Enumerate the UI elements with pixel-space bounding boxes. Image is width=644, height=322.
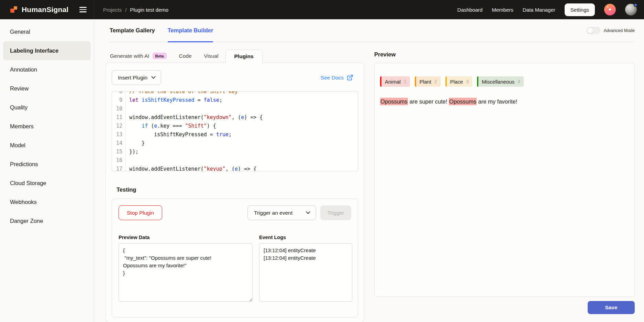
line-number: 9 — [112, 96, 126, 105]
event-logs-group: Event Logs [13:12:04] entityCreate[13:12… — [259, 235, 352, 303]
code-text — [126, 105, 132, 113]
sidebar-item-webhooks[interactable]: Webhooks — [3, 193, 91, 212]
external-link-icon — [347, 74, 353, 81]
tab-template-builder[interactable]: Template Builder — [168, 19, 213, 42]
code-line-15: 15}); — [112, 148, 358, 156]
sidebar-item-cloud-storage[interactable]: Cloud Storage — [3, 174, 91, 193]
code-text: }); — [126, 148, 138, 156]
sidebar-item-quality[interactable]: Quality — [3, 98, 91, 117]
code-line-14: 14 } — [112, 139, 358, 148]
annotated-region[interactable]: Opossums — [380, 98, 408, 105]
chevron-down-icon — [151, 74, 156, 79]
advanced-mode-toggle[interactable] — [587, 27, 600, 34]
subtab-generate-with-ai[interactable]: Generate with AI Beta — [110, 53, 167, 59]
subtab-code[interactable]: Code — [179, 53, 192, 59]
preview-heading: Preview — [374, 51, 635, 58]
sidebar-item-review[interactable]: Review — [3, 79, 91, 98]
testing-heading: Testing — [116, 186, 358, 193]
see-docs-label: See Docs — [321, 75, 344, 81]
save-button[interactable]: Save — [588, 301, 635, 314]
subtab-plugins[interactable]: Plugins — [225, 50, 263, 63]
code-line-16: 16 — [112, 156, 358, 165]
subtab-visual[interactable]: Visual — [204, 53, 219, 59]
sidebar-item-annotation[interactable]: Annotation — [3, 60, 91, 79]
trigger-button[interactable]: Trigger — [320, 205, 351, 220]
preview-data-textarea[interactable]: { "my_text": "Opossums are super cute! O… — [119, 243, 253, 302]
testing-card: Stop Plugin Trigger an event Trigger Pre… — [112, 198, 358, 318]
plain-text: are super cute! — [408, 98, 449, 105]
brand-logo[interactable]: HumanSignal — [10, 6, 68, 14]
builder-column: Generate with AI Beta Code Visual Plugin… — [106, 49, 364, 322]
label-chips-row: Animal1Plant2Place3Miscellaneous4 — [380, 76, 629, 87]
topbar-right: DashboardMembersData Manager Settings ✦✦ — [457, 3, 644, 16]
sidebar-item-labeling-interface[interactable]: Labeling Interface — [3, 41, 91, 60]
sidebar-item-predictions[interactable]: Predictions — [3, 155, 91, 174]
label-chip-animal[interactable]: Animal1 — [380, 76, 410, 87]
label-hotkey-number: 3 — [466, 79, 472, 84]
trigger-event-select[interactable]: Trigger an event — [247, 205, 316, 220]
sidebar-item-general[interactable]: General — [3, 22, 91, 41]
plugin-code-editor[interactable]: 8// Track the state of the Shift key9let… — [112, 91, 358, 171]
event-logs-box[interactable]: [13:12:04] entityCreate[13:12:04] entity… — [259, 243, 352, 302]
hamburger-menu-icon[interactable] — [79, 7, 87, 12]
code-line-10: 10 — [112, 105, 358, 113]
trigger-event-value: Trigger an event — [254, 210, 292, 216]
tab-template-gallery[interactable]: Template Gallery — [110, 19, 155, 42]
humansignal-logo-icon — [10, 6, 19, 14]
code-text: window.addEventListener("keydown", (e) =… — [126, 113, 263, 122]
settings-button[interactable]: Settings — [565, 3, 595, 16]
code-text: window.addEventListener("keyup", (e) => … — [126, 165, 256, 171]
see-docs-link[interactable]: See Docs — [321, 74, 353, 81]
preview-column: Preview Animal1Plant2Place3Miscellaneous… — [374, 49, 635, 322]
label-hotkey-number: 4 — [518, 79, 524, 84]
toggle-knob — [587, 28, 593, 33]
line-number: 13 — [112, 130, 126, 139]
sidebar-item-members[interactable]: Members — [3, 117, 91, 136]
chevron-down-icon — [306, 210, 310, 214]
label-chip-text: Animal — [381, 79, 404, 85]
presence-dot — [634, 3, 637, 7]
advanced-mode-wrap: Advanced Mode — [587, 19, 635, 42]
brand-name: HumanSignal — [22, 6, 68, 14]
annotated-region[interactable]: Opossums — [449, 98, 477, 105]
user-avatar[interactable] — [625, 4, 637, 15]
code-text: } — [126, 139, 145, 148]
label-chip-miscellaneous[interactable]: Miscellaneous4 — [477, 76, 524, 87]
code-line-11: 11window.addEventListener("keydown", (e)… — [112, 113, 358, 122]
settings-sidebar: GeneralLabeling InterfaceAnnotationRevie… — [0, 19, 94, 322]
breadcrumb-separator: / — [125, 7, 126, 13]
label-chip-place[interactable]: Place3 — [445, 76, 472, 87]
top-link-data-manager[interactable]: Data Manager — [523, 7, 555, 13]
label-chip-text: Place — [447, 79, 466, 85]
breadcrumb-projects[interactable]: Projects — [103, 7, 122, 13]
line-number: 12 — [112, 122, 126, 130]
ai-assistant-icon[interactable]: ✦✦ — [604, 4, 616, 15]
code-lines: 8// Track the state of the Shift key9let… — [112, 91, 358, 171]
stop-plugin-button[interactable]: Stop Plugin — [119, 205, 162, 220]
code-text: let isShiftKeyPressed = false; — [126, 96, 222, 105]
insert-plugin-label: Insert Plugin — [118, 75, 147, 81]
top-link-dashboard[interactable]: Dashboard — [457, 7, 482, 13]
line-number: 15 — [112, 148, 126, 156]
line-number: 11 — [112, 113, 126, 122]
sparkle-icon: ✦ — [607, 6, 609, 9]
testing-button-row: Stop Plugin Trigger an event Trigger — [119, 205, 351, 220]
plugin-toolbar: Insert Plugin See Docs — [112, 70, 358, 85]
code-line-8: 8// Track the state of the Shift key — [112, 91, 358, 96]
code-line-17: 17window.addEventListener("keyup", (e) =… — [112, 165, 358, 171]
preview-data-group: Preview Data { "my_text": "Opossums are … — [119, 235, 253, 303]
subtab-generate-label: Generate with AI — [110, 53, 149, 59]
event-log-entry: [13:12:04] entityCreate — [264, 247, 348, 254]
top-link-members[interactable]: Members — [492, 7, 513, 13]
testing-io-row: Preview Data { "my_text": "Opossums are … — [119, 235, 351, 303]
line-number: 14 — [112, 139, 126, 148]
sidebar-item-danger-zone[interactable]: Danger Zone — [3, 212, 91, 230]
plugins-panel: Insert Plugin See Docs 8// Track the sta… — [106, 63, 364, 322]
label-chip-text: Miscellaneous — [478, 79, 518, 85]
code-text — [126, 156, 132, 165]
label-chip-text: Plant — [416, 79, 434, 85]
insert-plugin-dropdown[interactable]: Insert Plugin — [112, 70, 161, 85]
sidebar-item-model[interactable]: Model — [3, 136, 91, 155]
label-hotkey-number: 1 — [404, 79, 410, 84]
label-chip-plant[interactable]: Plant2 — [415, 76, 441, 87]
